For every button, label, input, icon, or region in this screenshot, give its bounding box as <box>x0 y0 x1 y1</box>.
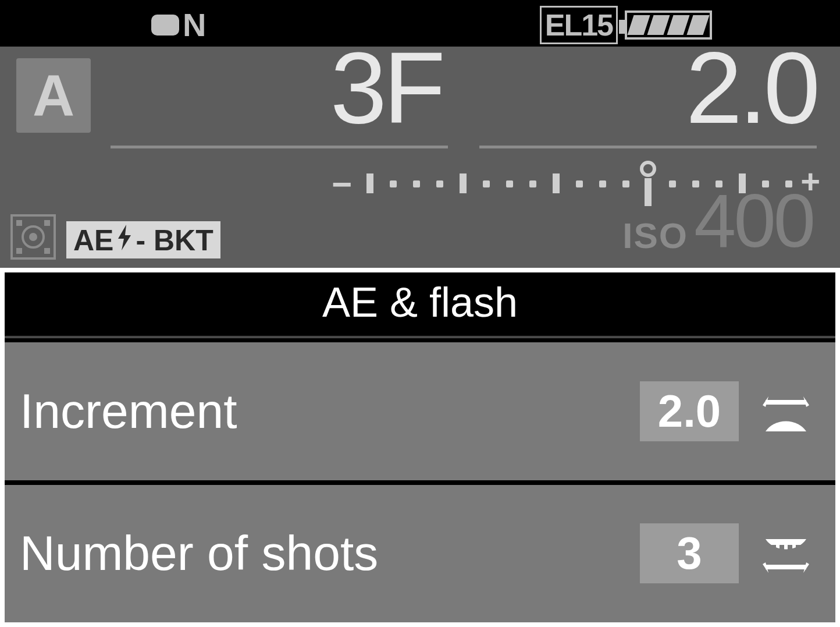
svg-rect-1 <box>780 410 784 421</box>
svg-rect-7 <box>796 545 800 553</box>
bracketing-ae-text: AE <box>73 224 113 257</box>
menu-row-label: Number of shots <box>20 525 378 582</box>
menu-title: AE & flash <box>5 272 835 335</box>
single-frame-icon <box>151 15 179 36</box>
bracketing-menu: AE & flash Increment 2.0 <box>0 268 840 627</box>
bracket-increment-readout: 2.0 <box>578 29 817 146</box>
scale-zero-marker <box>640 161 656 177</box>
iso-value: 400 <box>694 177 813 264</box>
bracketing-badge: AE - BKT <box>66 221 220 258</box>
camera-screen: N EL15 A 3F 2.0 − + <box>0 0 840 627</box>
svg-rect-4 <box>771 545 776 553</box>
menu-row-number-of-shots[interactable]: Number of shots 3 <box>5 485 835 623</box>
readout-underline <box>111 146 448 148</box>
svg-rect-2 <box>788 410 792 421</box>
flash-icon <box>116 224 133 257</box>
bracketing-bkt-text: - BKT <box>136 224 213 257</box>
exposure-mode-badge: A <box>16 58 91 133</box>
svg-rect-5 <box>780 545 784 555</box>
scale-minus-icon: − <box>332 164 352 204</box>
svg-rect-3 <box>796 413 800 421</box>
menu-row-label: Increment <box>20 383 237 440</box>
iso-label: ISO <box>622 215 688 256</box>
sub-command-dial-icon <box>754 522 818 586</box>
menu-row-increment[interactable]: Increment 2.0 <box>5 342 835 480</box>
svg-rect-6 <box>788 545 792 555</box>
main-command-dial-icon <box>754 379 818 443</box>
exposure-mode-letter: A <box>33 62 74 129</box>
info-panel: A 3F 2.0 − + <box>0 47 840 268</box>
svg-rect-0 <box>771 413 776 421</box>
menu-row-value: 3 <box>640 523 739 583</box>
metering-mode-icon <box>10 214 56 260</box>
bracket-frames-readout: 3F <box>192 29 442 146</box>
iso-readout: ISO 400 <box>622 177 813 264</box>
menu-row-value: 2.0 <box>640 381 739 441</box>
readout-underline <box>479 146 817 148</box>
